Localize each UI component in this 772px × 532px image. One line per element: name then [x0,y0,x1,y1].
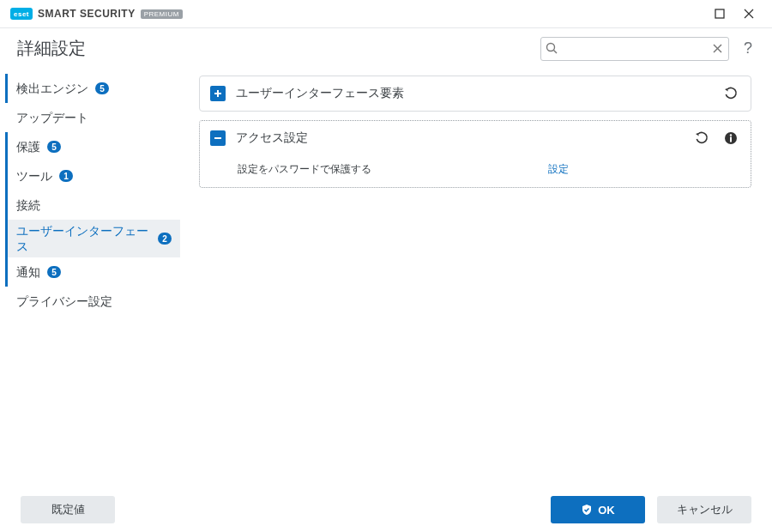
svg-point-3 [547,43,555,51]
badge: 5 [47,266,61,278]
close-icon [744,9,754,19]
row-link[interactable]: 設定 [548,162,569,177]
ok-label: OK [598,504,615,517]
undo-icon[interactable] [721,84,740,103]
svg-line-4 [554,50,558,53]
svg-rect-0 [715,9,724,18]
main-content: ユーザーインターフェース要素アクセス設定設定をパスワードで保護する設定 [185,69,772,487]
sidebar-item-6[interactable]: 通知5 [5,257,180,287]
brand-logo: eset [10,8,33,20]
shield-icon [581,504,593,516]
sidebar-item-label: 検出エンジン [16,81,88,96]
panel-1: アクセス設定設定をパスワードで保護する設定 [199,120,751,188]
sidebar-item-label: 接続 [16,197,40,213]
brand-edition: PREMIUM [141,9,183,19]
sidebar-item-label: 通知 [16,264,40,280]
ok-button[interactable]: OK [551,496,645,523]
panel-row-0: 設定をパスワードで保護する設定 [200,155,751,187]
help-button[interactable]: ? [738,39,758,57]
window-close-button[interactable] [734,2,763,26]
defaults-button[interactable]: 既定値 [21,496,115,523]
clear-icon[interactable] [711,42,724,55]
svg-point-11 [730,134,732,136]
search-icon [546,42,558,55]
sidebar-item-0[interactable]: 検出エンジン5 [5,74,180,103]
badge: 1 [59,170,73,182]
panel-0: ユーザーインターフェース要素 [199,76,751,112]
window-maximize-button[interactable] [705,2,734,26]
titlebar: eset SMART SECURITY PREMIUM [0,0,772,27]
search-input[interactable] [540,37,729,61]
cancel-button[interactable]: キャンセル [657,496,751,523]
brand-name: SMART SECURITY [38,8,136,20]
sidebar-item-label: 保護 [16,139,40,154]
sidebar-item-5[interactable]: ユーザーインターフェース2 [5,220,180,257]
sidebar-item-3[interactable]: ツール1 [5,161,180,190]
panel-title: アクセス設定 [236,130,682,146]
sidebar-item-1[interactable]: アップデート [5,103,180,132]
expand-icon[interactable] [210,86,226,101]
page-title: 詳細設定 [17,37,86,60]
badge: 5 [95,82,109,94]
sidebar-item-7[interactable]: プライバシー設定 [5,287,180,316]
search-wrap [540,37,729,61]
sidebar-item-label: プライバシー設定 [16,293,112,309]
info-icon[interactable] [721,129,740,148]
footer: 既定値 OK キャンセル [0,487,772,532]
panel-header[interactable]: ユーザーインターフェース要素 [200,76,751,111]
sidebar-item-label: アップデート [16,110,88,125]
sidebar-item-label: ツール [16,168,52,184]
sidebar: 検出エンジン5アップデート保護5ツール1接続ユーザーインターフェース2通知5プラ… [0,69,185,487]
row-label: 設定をパスワードで保護する [238,162,548,177]
sidebar-item-4[interactable]: 接続 [5,190,180,220]
maximize-icon [715,9,725,19]
svg-rect-12 [730,137,732,142]
undo-icon[interactable] [692,129,711,148]
sidebar-item-label: ユーザーインターフェース [16,223,151,254]
badge: 2 [158,233,172,245]
header: 詳細設定 ? [0,27,772,69]
panel-header[interactable]: アクセス設定 [200,121,751,155]
collapse-icon[interactable] [210,130,226,146]
badge: 5 [47,141,61,153]
panel-title: ユーザーインターフェース要素 [236,86,711,101]
brand: eset SMART SECURITY PREMIUM [10,8,183,20]
sidebar-item-2[interactable]: 保護5 [5,132,180,161]
